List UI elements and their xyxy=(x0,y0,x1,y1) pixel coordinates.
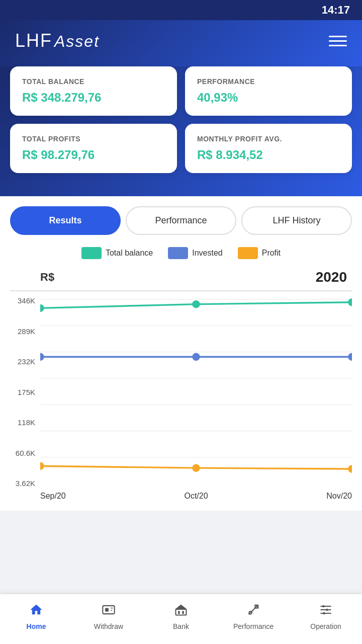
svg-point-32 xyxy=(326,609,328,611)
home-icon xyxy=(29,603,43,620)
nav-home-label: Home xyxy=(27,622,46,630)
logo-asset: Asset xyxy=(54,32,100,50)
y-label-1: 289K xyxy=(18,327,35,336)
nav-operation[interactable]: Operation xyxy=(290,603,362,630)
bottom-nav: Home Withdraw Bank Performance Operation xyxy=(0,594,362,644)
svg-point-10 xyxy=(40,353,44,361)
tabs-row: Results Performance LHF History xyxy=(10,206,352,235)
y-label-6: 3.62K xyxy=(16,479,35,488)
tab-results[interactable]: Results xyxy=(10,206,121,235)
monthly-profit-value: R$ 8.934,52 xyxy=(197,148,340,162)
svg-point-13 xyxy=(40,462,44,470)
cards-row-bottom: TOTAL PROFITS R$ 98.279,76 MONTHLY PROFI… xyxy=(10,124,352,173)
legend-invested-label: Invested xyxy=(192,249,222,258)
total-profits-value: R$ 98.279,76 xyxy=(22,148,165,162)
legend-invested: Invested xyxy=(168,247,222,259)
total-balance-card: TOTAL BALANCE R$ 348.279,76 xyxy=(10,66,177,116)
y-label-3: 175K xyxy=(18,388,35,396)
x-label-0: Sep/20 xyxy=(40,492,66,501)
svg-line-23 xyxy=(249,605,258,615)
chart-svg xyxy=(40,296,352,488)
menu-button[interactable] xyxy=(329,36,347,46)
tab-lhf-history[interactable]: LHF History xyxy=(241,206,352,235)
x-axis-labels: Sep/20 Oct/20 Nov/20 xyxy=(40,488,352,501)
nav-operation-label: Operation xyxy=(310,622,341,630)
svg-point-14 xyxy=(192,464,200,472)
total-balance-label: TOTAL BALANCE xyxy=(22,77,165,86)
svg-point-11 xyxy=(192,353,200,361)
nav-bank[interactable]: Bank xyxy=(145,603,217,630)
svg-rect-17 xyxy=(105,608,109,612)
x-label-2: Nov/20 xyxy=(326,492,352,501)
total-profits-card: TOTAL PROFITS R$ 98.279,76 xyxy=(10,124,177,173)
cards-row-top: TOTAL BALANCE R$ 348.279,76 PERFORMANCE … xyxy=(10,66,352,116)
nav-performance-label: Performance xyxy=(233,622,274,630)
chart-currency: R$ xyxy=(40,271,54,284)
legend-total-balance-label: Total balance xyxy=(106,249,153,258)
svg-point-7 xyxy=(40,304,44,312)
performance-icon xyxy=(246,603,260,620)
logo: LHFAsset xyxy=(15,30,100,51)
y-label-5: 60.6K xyxy=(16,449,35,457)
chart-section: Total balance Invested Profit R$ 2020 34… xyxy=(0,235,362,511)
logo-lhf: LHF xyxy=(15,30,52,51)
performance-value: 40,93% xyxy=(197,91,340,105)
nav-performance[interactable]: Performance xyxy=(217,603,290,630)
monthly-profit-card: MONTHLY PROFIT AVG. R$ 8.934,52 xyxy=(185,124,352,173)
total-profits-label: TOTAL PROFITS xyxy=(22,135,165,143)
legend-color-orange xyxy=(238,247,258,259)
monthly-profit-label: MONTHLY PROFIT AVG. xyxy=(197,135,340,143)
chart-divider xyxy=(10,290,352,291)
withdraw-icon xyxy=(102,603,116,620)
header: LHFAsset xyxy=(0,20,362,66)
svg-rect-21 xyxy=(178,611,180,614)
svg-point-31 xyxy=(322,605,325,608)
legend-total-balance: Total balance xyxy=(81,247,153,259)
performance-card: PERFORMANCE 40,93% xyxy=(185,66,352,116)
total-balance-value: R$ 348.279,76 xyxy=(22,91,165,105)
status-time: 14:17 xyxy=(322,4,350,17)
svg-point-33 xyxy=(323,612,325,615)
chart-legend: Total balance Invested Profit xyxy=(10,247,352,259)
legend-profit: Profit xyxy=(238,247,281,259)
y-label-4: 118K xyxy=(18,418,35,427)
chart-header: R$ 2020 xyxy=(10,269,352,285)
bank-icon xyxy=(174,603,188,620)
x-label-1: Oct/20 xyxy=(184,492,208,501)
chart-year: 2020 xyxy=(316,269,347,285)
svg-point-12 xyxy=(348,353,352,361)
tab-performance[interactable]: Performance xyxy=(126,206,236,235)
legend-color-teal xyxy=(81,247,102,259)
performance-label: PERFORMANCE xyxy=(197,77,340,86)
cards-section: TOTAL BALANCE R$ 348.279,76 PERFORMANCE … xyxy=(0,66,362,196)
tabs-section: Results Performance LHF History xyxy=(0,196,362,235)
legend-color-blue xyxy=(168,247,188,259)
svg-point-15 xyxy=(348,465,352,473)
nav-withdraw-label: Withdraw xyxy=(94,622,123,630)
svg-point-8 xyxy=(192,300,200,308)
y-axis-labels: 346K 289K 232K 175K 118K 60.6K 3.62K xyxy=(10,296,39,488)
status-bar: 14:17 xyxy=(0,0,362,20)
y-label-2: 232K xyxy=(18,357,35,366)
nav-bank-label: Bank xyxy=(173,622,189,630)
nav-withdraw[interactable]: Withdraw xyxy=(72,603,145,630)
nav-home[interactable]: Home xyxy=(0,603,72,630)
y-label-0: 346K xyxy=(18,296,35,305)
svg-rect-20 xyxy=(176,609,187,615)
svg-rect-22 xyxy=(182,611,184,614)
legend-profit-label: Profit xyxy=(262,249,281,258)
chart-svg-wrapper: 346K 289K 232K 175K 118K 60.6K 3.62K xyxy=(10,296,352,501)
operation-icon xyxy=(319,603,333,620)
